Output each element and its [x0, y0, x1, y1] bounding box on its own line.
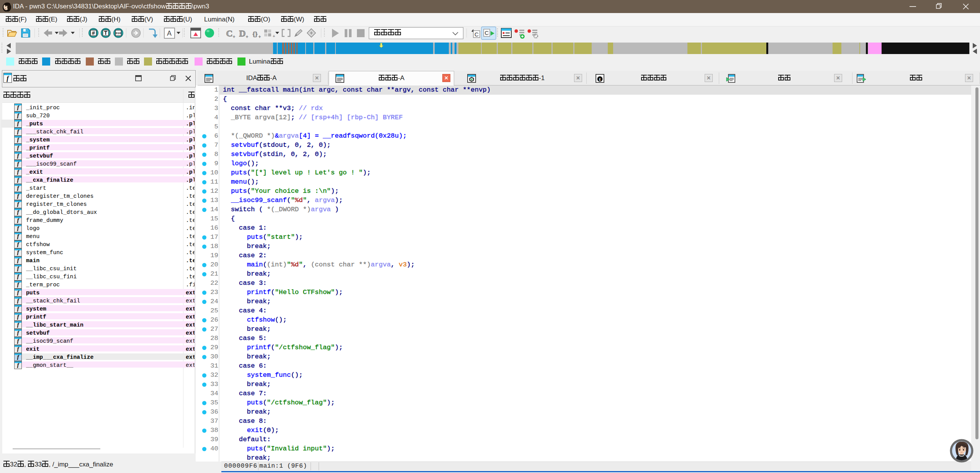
svg-text:+: +	[273, 34, 275, 38]
svg-text:#: #	[92, 30, 95, 36]
svg-text:D: D	[239, 28, 245, 38]
svg-text:A: A	[167, 30, 172, 37]
svg-text:{}: {}	[252, 31, 258, 38]
svg-text:C: C	[226, 28, 232, 38]
svg-text:+: +	[258, 34, 261, 39]
svg-text:C: C	[474, 31, 479, 38]
svg-text:t: t	[599, 76, 601, 82]
svg-text:010: 010	[116, 31, 121, 35]
svg-text:C: C	[485, 30, 489, 36]
svg-text:+: +	[245, 34, 248, 39]
svg-text:+: +	[232, 34, 235, 39]
svg-text:T: T	[104, 30, 108, 36]
